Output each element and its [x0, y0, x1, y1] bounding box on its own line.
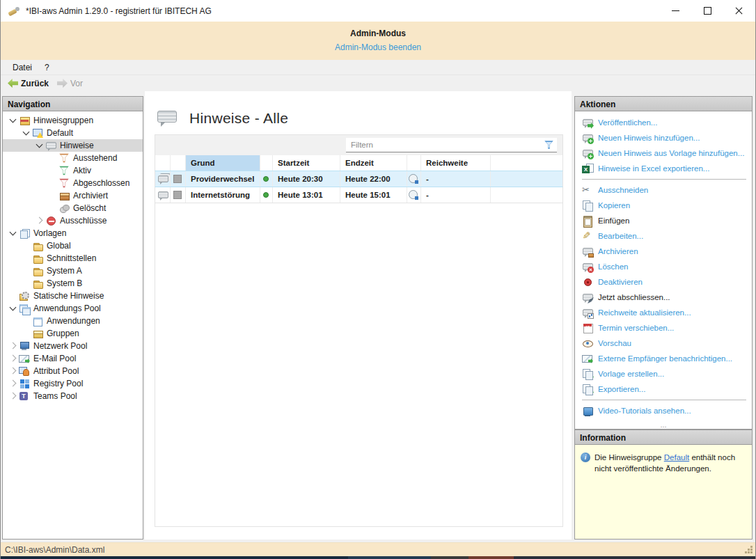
nav-item-statische-hinweise[interactable]: Statische Hinweise	[3, 290, 143, 302]
publish-icon	[582, 117, 593, 128]
action-neuen-hinweis-hinzufuegen[interactable]: Neuen Hinweis hinzufügen...	[582, 132, 748, 143]
filter-icon[interactable]	[544, 140, 554, 150]
information-header: Information	[574, 430, 753, 445]
action-bearbeiten[interactable]: Bearbeiten...	[582, 230, 748, 242]
filter-bar	[155, 134, 563, 155]
hinweise-title-icon	[156, 109, 178, 127]
chevron-right-icon[interactable]	[8, 340, 19, 352]
nav-item-global[interactable]: Global	[3, 239, 143, 252]
chevron-down-icon[interactable]	[8, 115, 19, 126]
nav-item-system-a[interactable]: System A	[3, 265, 143, 277]
nav-item-anwendungen[interactable]: Anwendungen	[3, 315, 143, 327]
chevron-right-icon[interactable]	[8, 378, 19, 389]
nav-item-ausschluesse[interactable]: Ausschlüsse	[3, 214, 143, 227]
nav-item-abgeschlossen[interactable]: Abgeschlossen	[3, 177, 143, 189]
right-panel: Aktionen Veröffentlichen... Neuen Hinwei…	[574, 96, 753, 540]
chevron-down-icon[interactable]	[8, 228, 19, 239]
action-termin-verschieben[interactable]: Termin verschieben...	[582, 322, 748, 333]
action-kopieren[interactable]: Kopieren	[582, 200, 748, 211]
action-einfuegen[interactable]: Einfügen	[582, 215, 748, 226]
table-row-providerwechsel[interactable]: Providerwechsel Heute 20:30 Heute 22:00 …	[155, 171, 563, 187]
create-template-icon	[582, 368, 593, 379]
hinweisgruppen-icon	[19, 115, 30, 126]
table-header-row: Grund Startzeit Endzeit Reichweite	[155, 155, 563, 171]
action-neuen-hinweis-aus-vorlage[interactable]: Neuen Hinweis aus Vorlage hinzufügen...	[582, 148, 748, 159]
action-loeschen[interactable]: Löschen	[582, 261, 748, 272]
actions-overflow-indicator: ...	[575, 422, 752, 427]
nav-item-vorlagen[interactable]: Vorlagen	[3, 227, 143, 239]
forward-button[interactable]: Vor	[54, 77, 86, 90]
resize-grip[interactable]	[745, 546, 753, 554]
table-row-internetstoerung[interactable]: Internetstörung Heute 13:01 Heute 15:01 …	[155, 187, 563, 203]
chevron-right-icon[interactable]	[8, 353, 19, 364]
chevron-right-icon[interactable]	[8, 365, 19, 377]
column-header-startzeit[interactable]: Startzeit	[273, 155, 340, 171]
maximize-button[interactable]	[691, 0, 723, 22]
status-bar: C:\IBI-aws\Admin\Data.xml	[1, 542, 755, 556]
minimize-button[interactable]	[659, 0, 691, 22]
action-reichweite-aktualisieren[interactable]: Reichweite aktualisieren...	[582, 307, 748, 318]
column-header-flag[interactable]	[171, 155, 186, 171]
action-archivieren[interactable]: Archivieren	[582, 246, 748, 257]
chevron-down-icon[interactable]	[34, 140, 45, 151]
nav-item-registry-pool[interactable]: Registry Pool	[3, 377, 143, 390]
schedule-clock-icon	[409, 174, 418, 184]
default-group-link[interactable]: Default	[664, 453, 689, 462]
nav-item-ausstehend[interactable]: Ausstehend	[3, 152, 143, 164]
action-externe-empfaenger[interactable]: Externe Empfänger benachrichtigen...	[582, 353, 748, 364]
registry-grid-icon	[19, 378, 30, 389]
back-arrow-icon	[8, 79, 18, 88]
column-header-grund[interactable]: Grund	[186, 155, 260, 171]
nav-item-system-b[interactable]: System B	[3, 277, 143, 290]
information-box: i Die Hinweisgruppe Default enthält noch…	[574, 445, 753, 540]
action-vorlage-erstellen[interactable]: Vorlage erstellen...	[582, 368, 748, 379]
chevron-right-icon[interactable]	[8, 391, 19, 402]
page-title: Hinweise - Alle	[189, 110, 288, 127]
nav-item-attribut-pool[interactable]: Attribut Pool	[3, 365, 143, 377]
mail-icon	[19, 353, 30, 364]
action-ausschneiden[interactable]: Ausschneiden	[582, 184, 748, 196]
column-header-schedule[interactable]	[407, 155, 421, 171]
menu-datei[interactable]: Datei	[6, 61, 38, 74]
filter-input[interactable]	[346, 141, 544, 149]
finish-now-icon	[582, 292, 593, 303]
nav-item-gruppen[interactable]: Gruppen	[3, 327, 143, 340]
chevron-right-icon[interactable]	[34, 215, 45, 226]
speech-bubble-icon	[45, 140, 56, 151]
folder-icon	[32, 278, 43, 289]
forward-arrow-icon	[57, 79, 68, 88]
chevron-down-icon[interactable]	[8, 303, 19, 314]
column-header-reichweite[interactable]: Reichweite	[421, 155, 491, 171]
back-button[interactable]: Zurück	[5, 77, 52, 90]
nav-item-email-pool[interactable]: E-Mail Pool	[3, 352, 143, 365]
close-button[interactable]	[723, 0, 755, 22]
excel-export-icon	[582, 163, 593, 174]
nav-item-anwendungs-pool[interactable]: Anwendungs Pool	[3, 302, 143, 315]
nav-item-schnittstellen[interactable]: Schnittstellen	[3, 252, 143, 265]
nav-item-hinweise[interactable]: Hinweise	[3, 139, 143, 152]
admin-mode-banner: Admin-Modus Admin-Modus beenden	[1, 22, 755, 60]
action-video-tutorials[interactable]: Video-Tutorials ansehen...	[582, 405, 748, 416]
nav-item-hinweisgruppen[interactable]: Hinweisgruppen	[3, 114, 143, 127]
action-excel-export[interactable]: Hinweise in Excel exportieren...	[582, 163, 748, 174]
column-header-type[interactable]	[155, 155, 171, 171]
admin-mode-exit-link[interactable]: Admin-Modus beenden	[335, 42, 421, 52]
column-header-endzeit[interactable]: Endzeit	[340, 155, 407, 171]
action-exportieren[interactable]: Exportieren...	[582, 384, 748, 395]
nav-item-teams-pool[interactable]: Teams Pool	[3, 390, 143, 402]
no-entry-icon	[45, 215, 56, 226]
tv-icon	[582, 405, 593, 416]
nav-item-archiviert[interactable]: Archiviert	[3, 189, 143, 202]
action-vorschau[interactable]: Vorschau	[582, 338, 748, 349]
nav-item-netzwerk-pool[interactable]: Netzwerk Pool	[3, 340, 143, 352]
chevron-down-icon[interactable]	[21, 127, 32, 139]
menu-help[interactable]: ?	[38, 61, 56, 74]
column-header-status[interactable]	[260, 155, 273, 171]
nav-item-aktiv[interactable]: Aktiv	[3, 164, 143, 177]
preview-eye-icon	[582, 338, 593, 349]
action-veroeffentlichen[interactable]: Veröffentlichen...	[582, 117, 748, 128]
action-jetzt-abschliessen[interactable]: Jetzt abschliessen...	[582, 292, 748, 303]
action-deaktivieren[interactable]: Deaktivieren	[582, 276, 748, 288]
nav-item-geloescht[interactable]: Gelöscht	[3, 202, 143, 214]
nav-item-default[interactable]: Default	[3, 127, 143, 139]
